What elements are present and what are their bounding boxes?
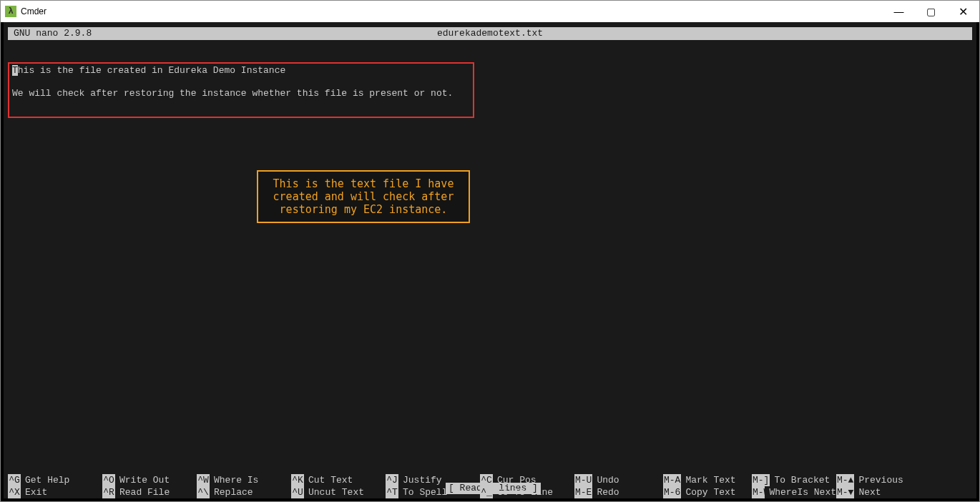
label-mark-text: Mark Text bbox=[681, 474, 735, 486]
titlebar: λ Cmder — ▢ ✕ bbox=[1, 1, 979, 22]
window-controls: — ▢ ✕ bbox=[883, 1, 979, 22]
kbd-read-file: ^R bbox=[102, 486, 115, 498]
label-exit: Exit bbox=[21, 486, 47, 498]
kbd-write-out: ^O bbox=[102, 474, 115, 486]
kbd-cut-text: ^K bbox=[291, 474, 304, 486]
nano-shortcut-footer: ^GGet Help ^OWrite Out ^WWhere Is ^KCut … bbox=[8, 474, 972, 498]
kbd-next: M-▼ bbox=[836, 486, 854, 498]
label-read-file: Read File bbox=[115, 486, 170, 498]
kbd-cur-pos: ^C bbox=[480, 474, 493, 486]
nano-header-bar: edurekademotext.txt GNU nano 2.9.8 bbox=[8, 27, 972, 40]
nano-filename: edurekademotext.txt bbox=[8, 27, 972, 40]
label-whereis-next: WhereIs Next bbox=[765, 486, 836, 498]
kbd-replace: ^\ bbox=[197, 486, 210, 498]
kbd-to-spell: ^T bbox=[386, 486, 398, 498]
app-icon: λ bbox=[5, 6, 16, 17]
footer-row-2: ^XExit ^RRead File ^\Replace ^UUncut Tex… bbox=[8, 486, 972, 498]
label-next: Next bbox=[854, 486, 881, 498]
kbd-get-help: ^G bbox=[8, 474, 21, 486]
terminal-area[interactable]: edurekademotext.txt GNU nano 2.9.8 This … bbox=[4, 22, 976, 498]
window-title: Cmder bbox=[21, 6, 46, 16]
kbd-uncut-text: ^U bbox=[291, 486, 304, 498]
maximize-button[interactable]: ▢ bbox=[915, 1, 947, 22]
kbd-copy-text: M-6 bbox=[663, 486, 681, 498]
label-uncut-text: Uncut Text bbox=[304, 486, 364, 498]
kbd-justify: ^J bbox=[386, 474, 398, 486]
label-undo: Undo bbox=[592, 474, 619, 486]
kbd-undo: M-U bbox=[574, 474, 592, 486]
label-to-spell: To Spell bbox=[398, 486, 447, 498]
label-get-help: Get Help bbox=[21, 474, 69, 486]
content-line-1: his is the file created in Edureka Demo … bbox=[18, 65, 285, 76]
annotation-text: This is the text file I have created and… bbox=[265, 177, 461, 216]
label-justify: Justify bbox=[398, 474, 442, 486]
kbd-mark-text: M-A bbox=[663, 474, 681, 486]
kbd-to-bracket: M-] bbox=[752, 474, 770, 486]
label-where-is: Where Is bbox=[210, 474, 258, 486]
annotation-callout: This is the text file I have created and… bbox=[257, 170, 470, 223]
kbd-go-to-line: ^_ bbox=[480, 486, 493, 498]
kbd-where-is: ^W bbox=[197, 474, 210, 486]
kbd-redo: M-E bbox=[574, 486, 592, 498]
close-button[interactable]: ✕ bbox=[947, 1, 979, 22]
label-cur-pos: Cur Pos bbox=[493, 474, 536, 486]
content-line-3: We will check after restoring the instan… bbox=[12, 88, 453, 99]
footer-row-1: ^GGet Help ^OWrite Out ^WWhere Is ^KCut … bbox=[8, 474, 972, 486]
label-previous: Previous bbox=[854, 474, 903, 486]
file-content-highlight: This is the file created in Edureka Demo… bbox=[8, 62, 474, 118]
label-redo: Redo bbox=[592, 486, 619, 498]
kbd-previous: M-▲ bbox=[836, 474, 854, 486]
label-replace: Replace bbox=[210, 486, 253, 498]
app-window: λ Cmder — ▢ ✕ edurekademotext.txt GNU na… bbox=[0, 0, 980, 502]
kbd-whereis-next: M-W bbox=[752, 486, 765, 498]
kbd-exit: ^X bbox=[8, 486, 21, 498]
text-cursor: T bbox=[12, 65, 18, 76]
label-copy-text: Copy Text bbox=[681, 486, 735, 498]
label-write-out: Write Out bbox=[115, 474, 170, 486]
label-cut-text: Cut Text bbox=[304, 474, 353, 486]
label-to-bracket: To Bracket bbox=[770, 474, 830, 486]
label-go-to-line: Go To Line bbox=[493, 486, 553, 498]
minimize-button[interactable]: — bbox=[883, 1, 915, 22]
